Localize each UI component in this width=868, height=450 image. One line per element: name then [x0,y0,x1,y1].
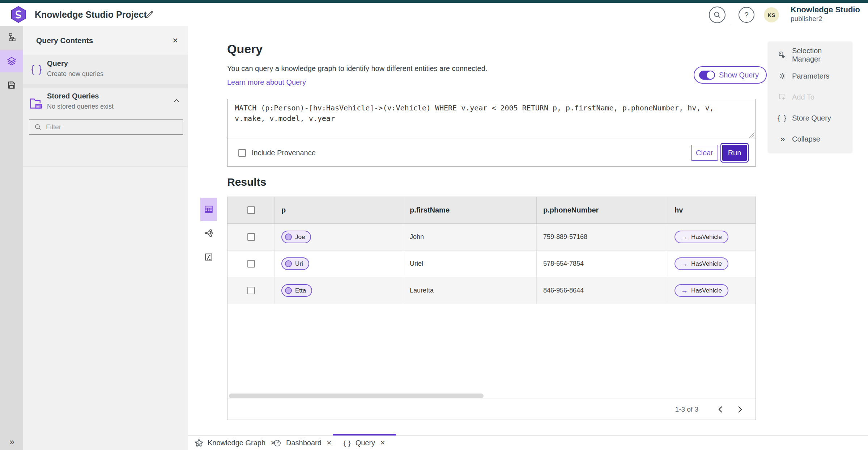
dashboard-gauge-icon [273,439,282,447]
node-pill[interactable]: Uri [281,257,309,270]
node-circle-icon [285,287,292,294]
panel-item-query[interactable]: { } Query Create new queries [23,55,188,84]
query-footer: Include Provenance Clear Run [227,139,756,167]
cell-firstname: John [403,224,536,250]
arrow-right-icon: → [681,287,688,295]
tool-add-to: Add To [768,87,852,108]
include-provenance-checkbox[interactable] [238,149,246,157]
row-checkbox[interactable] [247,260,255,268]
table-header-row: p p.firstName p.phoneNumber hv [227,197,756,224]
panel-lower-area [23,167,188,450]
top-accent-strip [0,0,868,3]
main-area: Query You can query a knowledge graph to… [188,26,868,450]
map-view-button[interactable] [200,245,217,269]
hierarchy-icon [7,33,16,42]
chevron-left-icon [718,406,723,413]
results-view-rail [199,198,217,269]
close-tab-icon[interactable]: ✕ [327,439,332,447]
help-button[interactable]: ? [739,7,754,23]
panel-title: Query Contents [36,36,93,45]
tools-panel: Selection Manager Parameters Add To { } … [768,42,852,152]
search-icon [713,11,721,19]
cell-firstname: Uriel [403,251,536,277]
app-logo-icon[interactable] [10,6,27,23]
results-table: p p.firstName p.phoneNumber hv Joe John … [227,197,756,420]
results-title: Results [227,176,266,188]
close-panel-icon[interactable]: ✕ [172,36,178,45]
run-button[interactable]: Run [722,145,747,161]
rail-item-save[interactable] [0,73,23,96]
table-row[interactable]: Uri Uriel 578-654-7854 →HasVehicle [227,251,756,277]
arrow-right-icon: → [681,233,688,241]
tool-parameters[interactable]: Parameters [768,66,852,87]
toggle-on-icon[interactable] [699,71,715,80]
query-contents-panel: Query Contents ✕ { } Query Create new qu… [23,26,188,450]
learn-more-link[interactable]: Learn more about Query [227,78,306,87]
filter-field[interactable] [29,119,183,135]
cell-phonenumber: 578-654-7854 [536,251,668,277]
column-header-firstname: p.firstName [403,197,536,223]
tool-selection-manager[interactable]: Selection Manager [768,45,852,66]
help-icon: ? [744,10,749,19]
pagination: 1-3 of 3 [227,399,756,420]
close-tab-icon[interactable]: ✕ [380,439,385,447]
braces-icon: { } [31,64,43,75]
tab-query[interactable]: { } Query ✕ [333,436,396,450]
save-icon [7,80,16,90]
edge-pill[interactable]: →HasVehicle [675,257,728,270]
map-view-icon [204,252,213,262]
selection-manager-icon [778,51,787,59]
resize-grip[interactable] [749,133,754,138]
network-view-icon [204,228,213,238]
braces-icon: { } [344,439,351,447]
tab-dashboard[interactable]: Dashboard ✕ [273,436,332,450]
table-row[interactable]: Etta Lauretta 846-956-8644 →HasVehicle [227,277,756,304]
search-button[interactable] [709,7,726,23]
select-all-checkbox[interactable] [247,206,255,214]
cell-phonenumber: 846-956-8644 [536,277,668,304]
edge-pill[interactable]: →HasVehicle [675,231,728,243]
show-query-toggle[interactable]: Show Query [694,66,767,84]
cell-firstname: Lauretta [403,277,536,304]
rail-item-hierarchy[interactable] [0,26,23,49]
rail-item-layers[interactable] [0,50,23,72]
query-editor: MATCH (p:Person)-[hv:HasVehicle]->(v:Veh… [227,99,756,167]
include-provenance-label: Include Provenance [252,149,316,157]
table-row[interactable]: Joe John 759-889-57168 →HasVehicle [227,224,756,251]
section-divider [23,84,188,88]
row-checkbox[interactable] [247,287,255,294]
clear-button[interactable]: Clear [691,145,718,161]
query-textarea[interactable]: MATCH (p:Person)-[hv:HasVehicle]->(v:Veh… [227,99,756,139]
stored-queries-section: Stored Queries No stored queries exist [23,88,188,167]
stored-queries-folder-icon [29,96,45,111]
chevron-right-icon [737,406,743,413]
user-block: Knowledge Studio publisher2 [791,5,860,23]
expand-rail-button[interactable]: » [0,437,23,447]
row-checkbox[interactable] [247,233,255,241]
chevron-up-icon[interactable] [173,98,180,103]
user-avatar[interactable]: KS [764,7,779,22]
filter-input[interactable] [46,123,165,131]
graph-view-button[interactable] [200,222,217,245]
layers-icon [7,56,17,66]
knowledge-graph-icon [195,439,203,447]
previous-page-button[interactable] [714,403,727,416]
knowledge-studio-app: Knowledge Studio Project ? KS Knowledge … [0,0,868,450]
edge-pill[interactable]: →HasVehicle [675,284,728,297]
next-page-button[interactable] [734,403,746,416]
tool-collapse[interactable]: » Collapse [768,129,852,150]
horizontal-scrollbar[interactable] [229,394,484,398]
project-title: Knowledge Studio Project [35,3,147,26]
edit-title-icon[interactable] [145,10,154,19]
node-circle-icon [285,260,292,267]
user-name: publisher2 [791,15,860,23]
table-view-button[interactable] [200,198,217,221]
node-pill[interactable]: Joe [281,231,311,243]
filter-search-icon [34,123,42,131]
node-pill[interactable]: Etta [281,284,312,297]
pagination-label: 1-3 of 3 [675,405,698,413]
tab-knowledge-graph[interactable]: Knowledge Graph ✕ [195,436,276,450]
collapse-icon: » [778,134,787,144]
tool-store-query[interactable]: { } Store Query [768,108,852,129]
gear-icon [778,72,787,80]
